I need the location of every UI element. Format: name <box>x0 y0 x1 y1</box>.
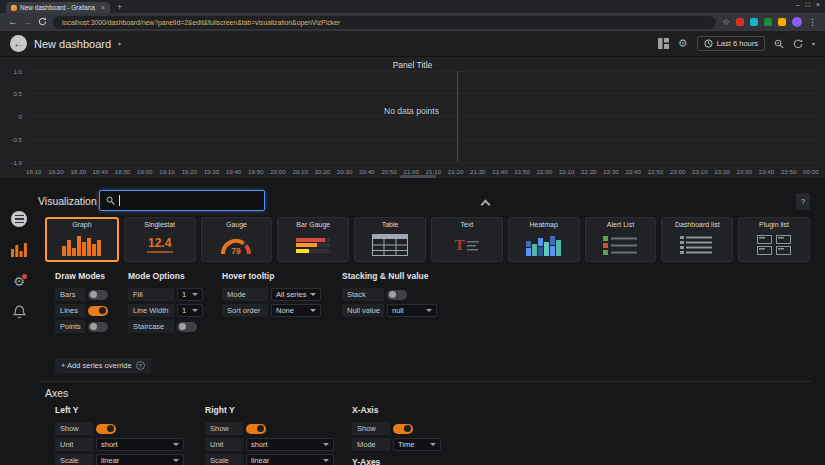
column-title: X-Axis <box>352 405 441 415</box>
x-tick: 19:50 <box>248 168 263 175</box>
forward-icon[interactable]: → <box>23 18 32 27</box>
group-title: Stacking & Null value <box>342 271 437 281</box>
refresh-icon[interactable] <box>793 39 803 49</box>
stack-toggle[interactable] <box>387 290 407 300</box>
back-arrow-icon: ← <box>14 38 24 49</box>
select-value: null <box>392 306 404 315</box>
sidebar-configuration-item[interactable]: ⚙ <box>9 271 29 291</box>
tooltip-mode-select[interactable]: All series <box>271 288 321 301</box>
viz-card-text[interactable]: Text T <box>431 217 503 262</box>
extension-icon[interactable] <box>778 18 786 26</box>
extension-icon[interactable] <box>764 18 772 26</box>
bar-gauge-viz-icon <box>278 229 348 261</box>
x-axis-mode-select[interactable]: Time <box>393 438 441 451</box>
singlestat-value: 12.4 <box>148 237 171 249</box>
tab-close-icon[interactable]: × <box>101 4 105 11</box>
staircase-toggle[interactable] <box>177 322 197 332</box>
null-value-select[interactable]: null <box>387 304 437 317</box>
viz-card-dashboard-list[interactable]: Dashboard list <box>661 217 733 262</box>
bookmark-star-icon[interactable]: ☆ <box>722 18 730 27</box>
right-y-unit-select[interactable]: short <box>246 438 334 451</box>
sort-order-select[interactable]: None <box>271 304 321 317</box>
column-title: Left Y <box>55 405 184 415</box>
x-tick: 21:40 <box>492 168 507 175</box>
panel-title[interactable]: Panel Title <box>0 60 825 70</box>
points-toggle[interactable] <box>88 322 108 332</box>
draw-modes-group: Draw Modes Bars Lines Points <box>55 271 108 336</box>
viz-card-gauge[interactable]: Gauge 79 <box>201 217 273 262</box>
dashboard-title-caret-icon[interactable]: ▾ <box>118 40 121 47</box>
clock-icon <box>704 39 713 48</box>
screen: New dashboard - Grafana × + – □ × ← → lo… <box>0 0 825 465</box>
text-cursor <box>119 195 120 206</box>
viz-card-singlestat[interactable]: Singlestat 12.4 <box>124 217 196 262</box>
field-label: Show <box>55 422 93 435</box>
viz-card-label: Bar Gauge <box>296 221 330 228</box>
viz-card-table[interactable]: Table <box>354 217 426 262</box>
bars-toggle[interactable] <box>88 290 108 300</box>
browser-menu-icon[interactable]: ⋮ <box>808 18 817 27</box>
extension-icon[interactable] <box>736 18 744 26</box>
viz-card-alert-list[interactable]: Alert List <box>585 217 657 262</box>
x-tick: 22:00 <box>537 168 552 175</box>
left-y-column: Left Y Show Unitshort Scalelinear <box>55 405 184 465</box>
sidebar-menu-item[interactable] <box>9 209 29 229</box>
right-y-show-toggle[interactable] <box>246 424 266 434</box>
browser-tabstrip: New dashboard - Grafana × + – □ × <box>0 0 825 13</box>
x-axis-show-toggle[interactable] <box>393 424 413 434</box>
lines-toggle[interactable] <box>88 306 108 316</box>
viz-card-label: Gauge <box>226 221 247 228</box>
viz-card-heatmap[interactable]: Heatmap <box>508 217 580 262</box>
right-y-scale-select[interactable]: linear <box>246 454 334 465</box>
window-maximize-icon[interactable]: □ <box>806 1 810 8</box>
fill-select[interactable]: 1 <box>177 288 203 301</box>
time-range-label: Last 6 hours <box>717 39 758 48</box>
url-bar[interactable]: localhost:3000/dashboard/new?panelId=2&e… <box>53 16 716 29</box>
graph-panel[interactable]: Panel Title 1.0 0.5 0 -0.5 -1.0 No data … <box>0 57 825 178</box>
add-panel-icon[interactable] <box>658 38 669 49</box>
select-value: 1 <box>182 290 186 299</box>
zoom-out-icon[interactable] <box>774 39 784 49</box>
viz-search-box[interactable] <box>99 190 265 211</box>
x-tick: 18:20 <box>48 168 63 175</box>
time-range-picker[interactable]: Last 6 hours <box>697 36 765 51</box>
grafana-navbar: ← New dashboard ▾ ⚙ Last 6 hours ▾ <box>0 31 825 57</box>
profile-avatar[interactable] <box>792 17 802 27</box>
window-close-icon[interactable]: × <box>816 1 820 8</box>
field-label: Unit <box>205 438 243 451</box>
viz-card-graph[interactable]: Graph <box>45 217 119 262</box>
collapse-chevron-up-icon[interactable] <box>481 200 491 210</box>
viz-search-input[interactable] <box>124 196 258 205</box>
left-y-show-toggle[interactable] <box>96 424 116 434</box>
singlestat-viz-icon: 12.4 <box>125 229 195 261</box>
back-icon[interactable]: ← <box>8 18 17 27</box>
select-value: 1 <box>182 306 186 315</box>
left-y-unit-select[interactable]: short <box>96 438 184 451</box>
reload-icon[interactable] <box>38 17 47 28</box>
x-tick: 21:30 <box>470 168 485 175</box>
extension-icon[interactable] <box>750 18 758 26</box>
new-tab-button[interactable]: + <box>117 1 122 13</box>
viz-card-bar-gauge[interactable]: Bar Gauge <box>277 217 349 262</box>
help-button[interactable]: ? <box>796 193 810 210</box>
line-width-select[interactable]: 1 <box>177 304 203 317</box>
left-y-scale-select[interactable]: linear <box>96 454 184 465</box>
dashboard-title[interactable]: New dashboard <box>34 38 111 50</box>
gear-icon: ⚙ <box>13 275 25 288</box>
window-minimize-icon[interactable]: – <box>796 1 800 8</box>
bell-icon <box>13 305 26 319</box>
visualization-header: Visualization <box>38 190 265 211</box>
add-series-override-label: + Add series override <box>61 361 132 370</box>
sidebar-alerting-item[interactable] <box>9 302 29 322</box>
dashboard-settings-gear-icon[interactable]: ⚙ <box>678 37 688 50</box>
gauge-value: 79 <box>232 246 242 256</box>
refresh-interval-caret-icon[interactable]: ▾ <box>812 40 815 47</box>
sidebar-dashboards-item[interactable] <box>9 240 29 260</box>
scrollbar-thumb[interactable] <box>400 175 436 178</box>
x-tick: 19:30 <box>204 168 219 175</box>
viz-card-plugin-list[interactable]: Plugin list <box>738 217 810 262</box>
field-label: Lines <box>55 304 85 317</box>
add-series-override-button[interactable]: + Add series override ? <box>55 358 151 373</box>
browser-tab[interactable]: New dashboard - Grafana × <box>6 2 110 13</box>
dashboard-back-button[interactable]: ← <box>10 35 27 52</box>
